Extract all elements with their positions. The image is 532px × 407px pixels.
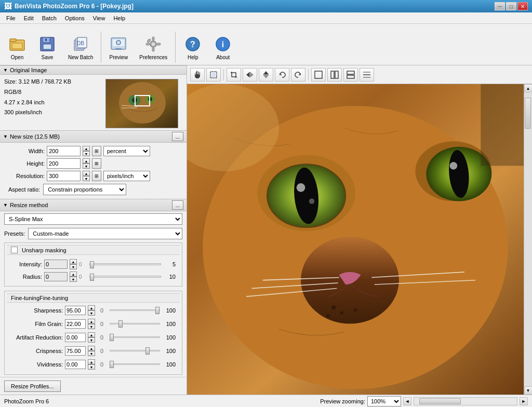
resize-profiles-button[interactable]: Resize Profiles... (4, 381, 61, 392)
vividness-thumb[interactable] (110, 361, 114, 368)
sharpness-down[interactable]: ▼ (88, 310, 95, 316)
view-split2-button[interactable] (327, 68, 342, 82)
intensity-down[interactable]: ▼ (70, 264, 77, 269)
intensity-up[interactable]: ▲ (70, 259, 77, 264)
height-up[interactable]: ▲ (83, 158, 90, 164)
zoom-select[interactable]: 25% 50% 75% 100% 125% 150% 200% (367, 396, 401, 406)
sharpness-up[interactable]: ▲ (88, 305, 95, 310)
unsharp-checkbox[interactable] (11, 247, 18, 253)
radius-down[interactable]: ▼ (70, 277, 77, 282)
method-select[interactable]: S-Spline Max S-Spline XL S-Spline Lanczo… (4, 213, 182, 225)
hscroll-left[interactable]: ◄ (403, 397, 411, 405)
vividness-slider[interactable] (110, 360, 160, 369)
open-button[interactable]: Open (3, 32, 31, 63)
about-button[interactable]: i About (209, 32, 237, 63)
filmgrain-up[interactable]: ▲ (88, 319, 95, 324)
radius-track[interactable] (89, 276, 161, 278)
title-bar-controls[interactable]: ─ □ ✕ (495, 2, 528, 10)
resolution-input[interactable] (47, 171, 81, 181)
view-split4-button[interactable] (360, 68, 374, 82)
view-split3-button[interactable] (343, 68, 358, 82)
sharpness-thumb[interactable] (155, 307, 159, 314)
resolution-unit-select[interactable]: pixels/inch pixels/cm (103, 171, 150, 181)
resolution-lock[interactable]: ⊞ (92, 171, 101, 181)
filmgrain-slider[interactable] (110, 320, 160, 328)
vscroll-up[interactable]: ▲ (524, 84, 533, 92)
artifact-up[interactable]: ▲ (88, 332, 95, 337)
vertical-scrollbar[interactable]: ▲ ▼ (524, 84, 532, 395)
menu-edit[interactable]: Edit (20, 14, 38, 22)
aspect-label: Aspect ratio: (8, 186, 40, 193)
save-button[interactable]: Save (33, 32, 61, 63)
rotate-cw-button[interactable] (291, 68, 305, 82)
new-batch-button[interactable]: DB New Batch (63, 32, 98, 63)
vividness-up[interactable]: ▲ (88, 359, 95, 364)
crispness-up[interactable]: ▲ (88, 346, 95, 351)
sharpness-input[interactable] (65, 306, 86, 315)
preview-button[interactable]: Preview (104, 32, 132, 63)
flip-h-button[interactable] (243, 68, 257, 82)
aspect-select[interactable]: Constrain proportions Free (43, 184, 126, 195)
menu-options[interactable]: Options (61, 14, 89, 22)
artifact-slider[interactable] (110, 333, 160, 342)
radius-thumb[interactable] (90, 274, 94, 281)
new-size-header[interactable]: ▼ New size (12.5 MB) ... (0, 130, 187, 143)
width-lock[interactable]: ⊞ (92, 146, 101, 156)
vscroll-track[interactable] (524, 92, 533, 386)
width-up[interactable]: ▲ (83, 146, 90, 151)
maximize-button[interactable]: □ (506, 2, 516, 10)
help-button[interactable]: ? Help (179, 32, 207, 63)
image-area[interactable] (187, 84, 524, 395)
artifact-down[interactable]: ▼ (88, 337, 95, 343)
filmgrain-down[interactable]: ▼ (88, 324, 95, 329)
menu-batch[interactable]: Batch (38, 14, 61, 22)
hscroll-right[interactable]: ► (520, 397, 528, 405)
resolution-down[interactable]: ▼ (83, 176, 90, 181)
artifact-label: Artifact Reduction: (11, 334, 63, 341)
crispness-thumb[interactable] (145, 347, 150, 355)
select-tool-button[interactable] (206, 68, 221, 82)
vividness-input[interactable] (65, 360, 86, 369)
height-lock[interactable]: ⊞ (92, 158, 101, 169)
artifact-thumb[interactable] (110, 334, 114, 341)
filmgrain-thumb[interactable] (118, 320, 123, 328)
presets-select[interactable]: Custom-made Default (28, 228, 182, 239)
rotate-ccw-button[interactable] (275, 68, 289, 82)
minimize-button[interactable]: ─ (495, 2, 505, 10)
view-split1-button[interactable] (311, 68, 326, 82)
menu-file[interactable]: File (2, 14, 20, 22)
height-input[interactable] (47, 158, 81, 169)
height-down[interactable]: ▼ (83, 164, 90, 169)
width-input[interactable] (47, 146, 81, 156)
crispness-input[interactable] (65, 346, 86, 356)
new-size-options-button[interactable]: ... (172, 132, 183, 141)
close-button[interactable]: ✕ (517, 2, 528, 10)
crop-button[interactable] (227, 68, 241, 82)
vividness-down[interactable]: ▼ (88, 364, 95, 370)
unit-select[interactable]: percent pixels inches cm (103, 146, 150, 156)
vscroll-down[interactable]: ▼ (524, 386, 533, 395)
intensity-input[interactable] (44, 260, 68, 269)
radius-up[interactable]: ▲ (70, 272, 77, 277)
resize-method-header[interactable]: ▼ Resize method ... (0, 199, 187, 211)
hand-tool-button[interactable] (190, 68, 205, 82)
preferences-button[interactable]: Preferences (135, 32, 172, 63)
hscroll-thumb[interactable] (419, 398, 461, 404)
menu-help[interactable]: Help (109, 14, 129, 22)
vscroll-thumb[interactable] (525, 98, 531, 129)
crispness-slider[interactable] (110, 347, 160, 355)
sharpness-slider[interactable] (110, 306, 160, 315)
flip-v-button[interactable] (259, 68, 273, 82)
radius-input[interactable] (44, 272, 68, 281)
width-down[interactable]: ▼ (83, 151, 90, 156)
intensity-thumb[interactable] (90, 261, 94, 268)
hscroll-track[interactable] (414, 397, 517, 405)
resolution-up[interactable]: ▲ (83, 171, 90, 176)
filmgrain-input[interactable] (65, 319, 86, 329)
intensity-track[interactable] (89, 263, 161, 265)
artifact-input[interactable] (65, 333, 86, 342)
resize-method-options-button[interactable]: ... (172, 200, 183, 210)
crispness-down[interactable]: ▼ (88, 351, 95, 356)
original-image-header[interactable]: ▼ Original Image (0, 65, 187, 75)
menu-view[interactable]: View (89, 14, 110, 22)
